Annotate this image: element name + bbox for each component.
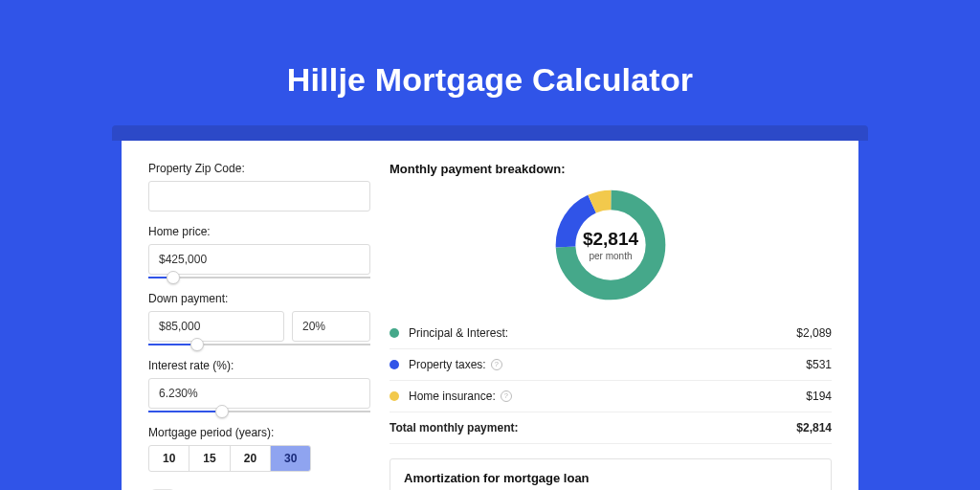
down-payment-input[interactable] (148, 311, 284, 342)
slider-thumb[interactable] (167, 271, 180, 284)
legend-value: $531 (806, 358, 832, 371)
slider-thumb[interactable] (190, 338, 204, 351)
down-payment-pct-input[interactable] (292, 311, 370, 342)
calculator-card: Property Zip Code: Home price: Down paym… (122, 141, 858, 490)
card-header-band (112, 125, 868, 141)
legend-row-ins: Home insurance: ? $194 (390, 381, 832, 412)
home-price-input[interactable] (148, 244, 370, 275)
legend-row-total: Total monthly payment: $2,814 (390, 412, 832, 444)
period-option-30[interactable]: 30 (271, 446, 310, 471)
amortization-box: Amortization for mortgage loan Amortizat… (390, 458, 832, 490)
period-option-10[interactable]: 10 (149, 446, 189, 471)
home-price-label: Home price: (148, 225, 370, 238)
dot-icon (390, 391, 399, 401)
down-payment-slider[interactable] (148, 344, 370, 345)
total-label: Total monthly payment: (390, 421, 518, 434)
results-panel: Monthly payment breakdown: $2,814 per mo… (390, 141, 858, 490)
legend-value: $2,089 (796, 326, 832, 340)
legend: Principal & Interest: $2,089 Property ta… (390, 318, 832, 444)
slider-thumb[interactable] (215, 405, 229, 418)
period-group: Mortgage period (years): 10 15 20 30 (148, 426, 370, 472)
interest-group: Interest rate (%): (148, 359, 370, 412)
zip-group: Property Zip Code: (148, 162, 370, 212)
legend-label: Property taxes: (409, 358, 486, 371)
breakdown-header: Monthly payment breakdown: (390, 162, 832, 176)
period-option-20[interactable]: 20 (231, 446, 271, 471)
zip-label: Property Zip Code: (148, 162, 370, 175)
dot-icon (390, 360, 399, 369)
legend-label: Home insurance: (409, 390, 496, 403)
donut-amount: $2,814 (583, 229, 638, 250)
home-price-group: Home price: (148, 225, 370, 278)
down-payment-label: Down payment: (148, 292, 370, 305)
legend-row-pi: Principal & Interest: $2,089 (390, 318, 832, 349)
home-price-slider[interactable] (148, 277, 370, 278)
donut-chart: $2,814 per month (551, 186, 670, 304)
amortization-title: Amortization for mortgage loan (404, 471, 817, 485)
info-icon[interactable]: ? (501, 390, 512, 402)
legend-label: Principal & Interest: (409, 326, 508, 340)
zip-input[interactable] (148, 181, 370, 212)
interest-slider[interactable] (148, 411, 370, 412)
info-icon[interactable]: ? (491, 359, 502, 370)
total-value: $2,814 (796, 421, 832, 434)
interest-label: Interest rate (%): (148, 359, 370, 372)
down-payment-group: Down payment: (148, 292, 370, 345)
form-panel: Property Zip Code: Home price: Down paym… (122, 141, 390, 490)
legend-row-tax: Property taxes: ? $531 (390, 349, 832, 381)
legend-value: $194 (806, 390, 832, 403)
page-title: Hillje Mortgage Calculator (0, 0, 980, 125)
dot-icon (390, 328, 399, 338)
donut-sub: per month (583, 251, 638, 261)
interest-input[interactable] (148, 378, 370, 409)
period-selector: 10 15 20 30 (148, 445, 311, 472)
period-option-15[interactable]: 15 (189, 446, 230, 471)
period-label: Mortgage period (years): (148, 426, 370, 439)
